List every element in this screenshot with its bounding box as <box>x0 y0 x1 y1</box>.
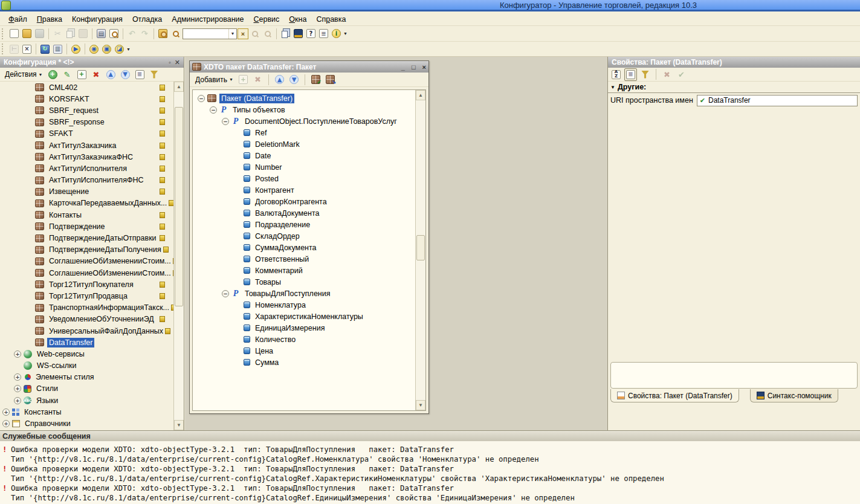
redo-icon[interactable]: ↷ <box>138 27 151 40</box>
options-icon[interactable]: ▥ <box>51 43 64 56</box>
tree-item-label[interactable]: DocumentObject.ПоступлениеТоваровУслуг <box>243 117 399 126</box>
tree-row[interactable]: АктТитулИсполнителя <box>0 163 184 174</box>
filter-properties-icon[interactable] <box>639 68 651 81</box>
syntax-assistant-icon[interactable] <box>292 27 305 40</box>
prev-found-icon[interactable] <box>248 27 261 40</box>
tree-item-label[interactable]: Ответственный <box>253 254 311 264</box>
expand-icon[interactable]: + <box>14 351 21 358</box>
xdto-window-titlebar[interactable]: XDTO пакет DataTransfer: Пакет _ □ × <box>190 61 428 73</box>
tree-item-label[interactable]: Контрагент <box>253 186 296 195</box>
tree-row[interactable]: СоглашениеОбИзмененииСтоим... <box>0 256 184 267</box>
tree-row[interactable]: УниверсальныйФайлДопДанных <box>0 325 184 337</box>
tree-row[interactable]: DataTransfer <box>0 337 184 348</box>
apply-edit-icon[interactable]: ✔ <box>675 68 688 81</box>
sort-az-icon[interactable]: AZ <box>610 68 622 81</box>
tree-row[interactable]: АктТитулЗаказчикаФНС <box>0 151 184 163</box>
undo-icon[interactable]: ↶ <box>126 27 138 40</box>
tree-row[interactable]: ДоговорКонтрагента <box>193 196 415 207</box>
tree-item-label[interactable]: SBRF_request <box>47 106 100 115</box>
tree-item-label[interactable]: Стили <box>34 384 60 393</box>
tree-row[interactable]: СоглашениеОбИзмененииСтоим... <box>0 267 184 279</box>
tree-item-label[interactable]: Справочники <box>23 419 73 428</box>
move-down-icon[interactable]: ▼ <box>119 68 132 81</box>
tree-row[interactable]: KORSFAKT <box>0 93 184 105</box>
tree-item-label[interactable]: СоглашениеОбИзмененииСтоим... <box>47 256 173 266</box>
tree-item-label[interactable]: DataTransfer <box>47 338 94 347</box>
tree-item-label[interactable]: ВалютаДокумента <box>253 208 321 218</box>
tree-item-label[interactable]: ХарактеристикаНоменклатуры <box>253 312 365 321</box>
menu-файл[interactable]: Файл <box>4 14 32 25</box>
open-icon[interactable] <box>21 27 33 40</box>
tree-item-label[interactable]: Извещение <box>47 187 91 196</box>
tree-item-label[interactable]: ДоговорКонтрагента <box>253 197 329 207</box>
close-panel-icon[interactable]: ✕ <box>175 59 180 66</box>
info-icon[interactable]: i <box>330 27 343 40</box>
tree-row[interactable]: Цена <box>193 345 415 357</box>
edit-icon[interactable]: ✎ <box>61 68 74 81</box>
tree-row[interactable]: Количество <box>193 334 415 345</box>
tree-item-label[interactable]: СуммаДокумента <box>253 243 318 253</box>
tree-row[interactable]: КарточкаПередаваемыхДанных... <box>0 198 184 209</box>
tree-item-label[interactable]: Пакет (DataTransfer) <box>219 94 294 103</box>
tree-item-label[interactable]: Цена <box>253 346 275 356</box>
tree-item-label[interactable]: SBRF_response <box>47 117 106 127</box>
tree-item-label[interactable]: DeletionMark <box>253 140 302 149</box>
tree-item-label[interactable]: АктТитулЗаказчика <box>47 141 118 150</box>
tree-row[interactable]: Ответственный <box>193 253 415 265</box>
check-package-icon[interactable]: ✔ <box>309 73 322 86</box>
pin-icon[interactable]: ◦ <box>169 59 171 66</box>
tree-row[interactable]: ПодтверждениеДатыОтправки <box>0 232 184 244</box>
tree-row[interactable]: −PDocumentObject.ПоступлениеТоваровУслуг <box>193 115 415 127</box>
clear-search-icon[interactable]: × <box>238 28 248 39</box>
tree-item-label[interactable]: ТранспортнаяИнформацияТакск... <box>47 303 171 312</box>
tree-row[interactable]: +Константы <box>0 406 184 418</box>
scroll-thumb[interactable] <box>175 107 183 306</box>
tree-item-label[interactable]: Константы <box>22 407 63 417</box>
tree-row[interactable]: +ABCЯзыки <box>0 395 184 406</box>
tree-row[interactable]: ХарактеристикаНоменклатуры <box>193 311 415 322</box>
tree-row[interactable]: CML402 <box>0 82 184 93</box>
menu-конфигурация[interactable]: Конфигурация <box>67 14 128 25</box>
move-up-icon[interactable]: ▲ <box>105 68 117 81</box>
tree-row[interactable]: Сумма <box>193 357 415 368</box>
service-message-line[interactable]: Тип '{http://v8.1c.ru/8.1/data/enterpris… <box>0 454 860 464</box>
tree-item-label[interactable]: Элементы стиля <box>34 372 95 382</box>
tree-item-label[interactable]: Комментарий <box>253 266 305 276</box>
help-find-icon[interactable]: ? <box>305 27 317 40</box>
xdto-tree-scrollbar[interactable]: ▲ ▼ <box>415 90 425 410</box>
tree-row[interactable]: +Справочники <box>0 418 184 429</box>
tree-item-label[interactable]: Date <box>253 151 273 161</box>
tree-row[interactable]: Извещение <box>0 186 184 198</box>
tree-item-label[interactable]: Подразделение <box>253 220 312 230</box>
scroll-down-icon[interactable]: ▼ <box>416 400 425 410</box>
tree-row[interactable]: −Пакет (DataTransfer) <box>193 92 415 104</box>
tree-row[interactable]: SBRF_request <box>0 105 184 116</box>
tree-item-label[interactable]: АктТитулИсполнителя <box>47 164 129 173</box>
menu-сервис[interactable]: Сервис <box>249 14 285 25</box>
uri-namespace-field[interactable]: ✔ DataTransfer <box>697 95 858 106</box>
tree-row[interactable]: ВалютаДокумента <box>193 207 415 219</box>
copy-add-icon[interactable]: + <box>237 73 250 86</box>
move-down-icon[interactable]: ▼ <box>288 73 300 86</box>
search-input[interactable] <box>183 30 228 38</box>
tree-row[interactable]: SBRF_response <box>0 117 184 128</box>
tree-row[interactable]: СуммаДокумента <box>193 242 415 253</box>
collapse-icon[interactable]: − <box>198 95 205 102</box>
tree-item-label[interactable]: Ref <box>253 128 268 138</box>
tree-item-label[interactable]: ПодтверждениеДатыПолучения <box>47 245 163 254</box>
import-package-icon[interactable]: ↘ <box>324 73 337 86</box>
tree-item-label[interactable]: СкладОрдер <box>253 231 302 241</box>
service-message-line[interactable]: Тип '{http://v8.1c.ru/8.1/data/enterpris… <box>0 493 860 503</box>
tree-row[interactable]: Number <box>193 161 415 173</box>
tree-row[interactable]: Номенклатура <box>193 299 415 311</box>
add-menu[interactable]: Добавить▼ <box>192 73 235 86</box>
tree-row[interactable]: СкладОрдер <box>193 230 415 242</box>
configuration-window-icon[interactable]: ⊢ <box>8 43 21 56</box>
print-icon[interactable]: ▤ <box>95 27 108 40</box>
scroll-up-icon[interactable]: ▲ <box>416 90 425 100</box>
tree-row[interactable]: Подтверждение <box>0 221 184 232</box>
cancel-edit-icon[interactable]: ✖ <box>661 68 673 81</box>
maximize-icon[interactable]: □ <box>412 63 416 71</box>
minimize-icon[interactable]: _ <box>401 63 405 71</box>
tree-item-label[interactable]: Торг12ТитулПродавца <box>47 291 129 301</box>
